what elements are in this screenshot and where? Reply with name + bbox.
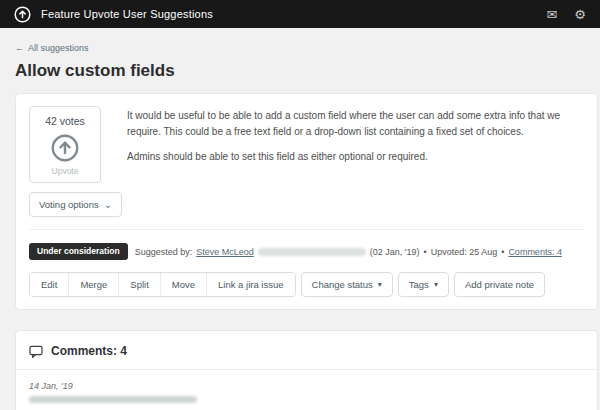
move-button[interactable]: Move (161, 273, 207, 296)
app-title: Feature Upvote User Suggestions (41, 8, 213, 20)
suggestion-date: (02 Jan, '19) (370, 247, 420, 257)
caret-down-icon: ▾ (378, 280, 382, 289)
back-to-all-suggestions-link[interactable]: ← All suggestions (15, 43, 89, 53)
comment-date: 14 Jan, '19 (29, 381, 584, 391)
upvote-arrow-icon[interactable] (50, 133, 80, 163)
upvoted-date: Upvoted: 25 Aug (431, 247, 498, 257)
inbox-icon[interactable]: ✉ (546, 8, 557, 21)
voting-options-label: Voting options (39, 199, 99, 210)
speech-bubble-icon (29, 345, 43, 358)
add-private-note-button[interactable]: Add private note (454, 272, 545, 297)
suggestion-actions-group: Edit Merge Split Move Link a jira issue (29, 272, 296, 297)
gear-icon[interactable]: ⚙ (574, 8, 586, 21)
suggestion-card-top: 42 votes Upvote Voting options ⌄ It woul… (29, 106, 584, 217)
card-divider (29, 229, 584, 230)
page-content: ← All suggestions Allow custom fields 42… (0, 28, 600, 410)
back-link-label: All suggestions (28, 43, 89, 53)
description-paragraph: Admins should be able to set this field … (127, 149, 584, 165)
vote-column: 42 votes Upvote Voting options ⌄ (29, 106, 117, 217)
back-arrow-icon: ← (15, 43, 24, 53)
merge-button[interactable]: Merge (69, 273, 119, 296)
comments-heading: Comments: 4 (16, 331, 597, 369)
change-status-button[interactable]: Change status ▾ (301, 272, 393, 297)
upvote-label: Upvote (34, 166, 96, 176)
comment: 14 Jan, '19 We need to be able to collec… (16, 370, 597, 410)
page-title: Allow custom fields (15, 61, 598, 81)
suggested-by-link[interactable]: Steve McLeod (196, 247, 254, 257)
feature-upvote-logo-icon[interactable] (14, 6, 31, 23)
comments-count-link[interactable]: Comments: 4 (508, 247, 562, 257)
suggestion-meta: Suggested by: Steve McLeod (02 Jan, '19)… (135, 247, 562, 257)
redacted-commenter-email (29, 396, 197, 403)
link-jira-issue-button[interactable]: Link a jira issue (207, 273, 294, 296)
suggestion-description: It would be useful to be able to add a c… (127, 106, 584, 217)
comments-card: Comments: 4 14 Jan, '19 We need to be ab… (15, 330, 598, 410)
meta-separator: • (424, 247, 427, 257)
suggestion-actions-row: Edit Merge Split Move Link a jira issue … (29, 272, 584, 297)
caret-down-icon: ▾ (434, 280, 438, 289)
suggestion-card: 42 votes Upvote Voting options ⌄ It woul… (15, 93, 598, 310)
top-bar-actions: ✉ ⚙ (546, 8, 586, 21)
top-bar: Feature Upvote User Suggestions ✉ ⚙ (0, 0, 600, 28)
split-button[interactable]: Split (119, 273, 160, 296)
meta-separator: • (501, 247, 504, 257)
vote-box[interactable]: 42 votes Upvote (29, 106, 101, 183)
status-row: Under consideration Suggested by: Steve … (29, 243, 584, 260)
status-badge: Under consideration (29, 243, 128, 260)
tags-label: Tags (409, 279, 429, 290)
suggested-by-label: Suggested by: (135, 247, 193, 257)
edit-button[interactable]: Edit (30, 273, 69, 296)
chevron-down-icon: ⌄ (104, 202, 112, 208)
change-status-label: Change status (312, 279, 373, 290)
redacted-email (258, 248, 366, 256)
tags-button[interactable]: Tags ▾ (398, 272, 449, 297)
comments-heading-label: Comments: 4 (51, 344, 127, 358)
votes-count: 42 votes (34, 115, 96, 127)
description-paragraph: It would be useful to be able to add a c… (127, 108, 584, 139)
voting-options-button[interactable]: Voting options ⌄ (29, 192, 122, 217)
top-bar-brand: Feature Upvote User Suggestions (14, 6, 213, 23)
